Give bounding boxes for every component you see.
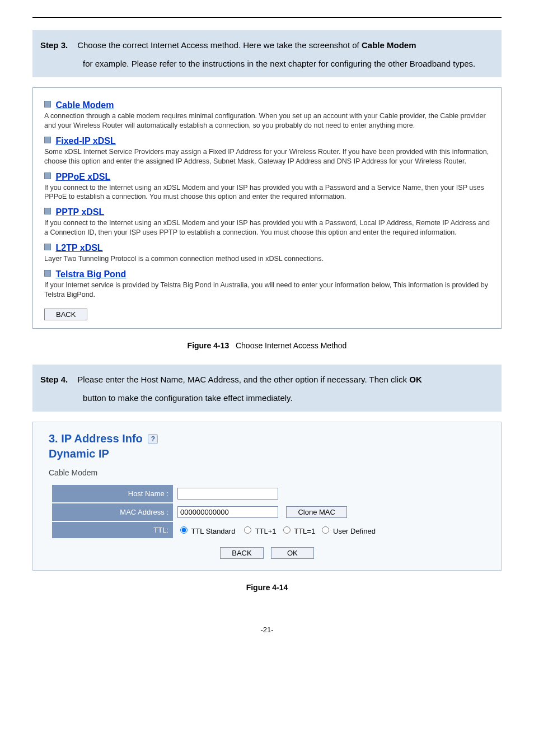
form-title: 3. IP Address Info ? <box>49 432 485 445</box>
ttl-standard-option[interactable]: TTL Standard <box>177 527 235 535</box>
step-4-body: button to make the configuration take ef… <box>40 389 494 407</box>
cable-modem-desc: A connection through a cable modem requi… <box>44 111 490 130</box>
mac-address-label: MAC Address : <box>52 503 173 521</box>
ttl-plus1-radio[interactable] <box>244 526 251 534</box>
form-table: Host Name : MAC Address : Clone MAC TTL:… <box>52 484 484 538</box>
l2tp-link[interactable]: L2TP xDSL <box>55 243 102 253</box>
back-button[interactable]: BACK <box>44 309 87 320</box>
step-3-block: Step 3. Choose the correct Internet Acce… <box>32 30 502 77</box>
l2tp-desc: Layer Two Tunneling Protocol is a common… <box>44 254 490 264</box>
host-name-row: Host Name : <box>52 484 484 503</box>
ttl-label: TTL: <box>52 521 173 538</box>
figure-4-13-caption: Figure 4-13 Choose Internet Access Metho… <box>32 341 502 350</box>
bullet-icon <box>44 137 51 143</box>
ttl-userdef-option[interactable]: User Defined <box>319 527 376 535</box>
step-3-line1: Choose the correct Internet Access metho… <box>77 40 362 50</box>
ttl-standard-radio[interactable] <box>180 526 188 534</box>
ttl-eq1-radio[interactable] <box>283 526 291 534</box>
mac-address-input[interactable] <box>177 506 278 518</box>
pptp-desc: If you connect to the Internet using an … <box>44 218 490 237</box>
pptp-link[interactable]: PPTP xDSL <box>55 207 104 217</box>
host-name-input[interactable] <box>177 488 278 500</box>
ttl-plus1-option[interactable]: TTL+1 <box>241 527 276 535</box>
page-number: -21- <box>32 626 502 634</box>
cable-modem-link[interactable]: Cable Modem <box>55 100 114 110</box>
step-3-body: for example. Please refer to the instruc… <box>40 54 494 73</box>
ttl-eq1-option[interactable]: TTL=1 <box>280 527 315 535</box>
access-method-panel: Cable Modem A connection through a cable… <box>32 87 502 329</box>
ttl-plus1-text: TTL+1 <box>255 527 277 535</box>
fixed-ip-desc: Some xDSL Internet Service Providers may… <box>44 147 490 166</box>
ttl-eq1-text: TTL=1 <box>294 527 315 535</box>
bullet-icon <box>44 101 51 108</box>
ttl-userdef-text: User Defined <box>333 527 376 535</box>
pppoe-heading: PPPoE xDSL <box>44 172 490 182</box>
pppoe-desc: If you connect to the Internet using an … <box>44 183 490 202</box>
clone-mac-button[interactable]: Clone MAC <box>286 506 346 518</box>
form-title-text: 3. IP Address Info <box>49 432 143 445</box>
l2tp-heading: L2TP xDSL <box>44 243 490 253</box>
figure-4-14-caption: Figure 4-14 <box>32 583 502 592</box>
ttl-userdef-radio[interactable] <box>322 526 329 534</box>
step-4-label: Step 4. <box>40 370 75 389</box>
cable-modem-label: Cable Modem <box>49 468 485 477</box>
form-back-button[interactable]: BACK <box>220 547 263 559</box>
mac-address-row: MAC Address : Clone MAC <box>52 503 484 521</box>
pppoe-link[interactable]: PPPoE xDSL <box>55 172 110 181</box>
help-icon[interactable]: ? <box>148 434 158 444</box>
step-4-block: Step 4. Please enter the Host Name, MAC … <box>32 365 502 412</box>
form-ok-button[interactable]: OK <box>271 547 314 559</box>
bullet-icon <box>44 208 51 214</box>
figure-4-13-label: Figure 4-13 <box>188 341 229 350</box>
fixed-ip-heading: Fixed-IP xDSL <box>44 136 490 146</box>
ttl-standard-text: TTL Standard <box>191 527 235 535</box>
pptp-heading: PPTP xDSL <box>44 207 490 217</box>
top-rule <box>32 17 502 18</box>
bullet-icon <box>44 244 51 250</box>
ip-address-form-panel: 3. IP Address Info ? Dynamic IP Cable Mo… <box>32 422 502 571</box>
step-3-line1-bold: Cable Modem <box>362 40 416 50</box>
bullet-icon <box>44 172 51 179</box>
step-4-line1-bold: OK <box>409 375 422 384</box>
ttl-row: TTL: TTL Standard TTL+1 TTL=1 User Defin… <box>52 521 484 538</box>
host-name-label: Host Name : <box>52 484 173 503</box>
figure-4-14-label: Figure 4-14 <box>246 583 288 592</box>
telstra-desc: If your Internet service is provided by … <box>44 281 490 300</box>
telstra-link[interactable]: Telstra Big Pond <box>55 269 126 279</box>
step-3-label: Step 3. <box>40 36 75 54</box>
bullet-icon <box>44 270 51 277</box>
cable-modem-heading: Cable Modem <box>44 100 490 110</box>
form-subtitle: Dynamic IP <box>49 447 485 460</box>
figure-4-13-text: Choose Internet Access Method <box>236 341 346 350</box>
form-button-row: BACK OK <box>49 547 485 559</box>
fixed-ip-link[interactable]: Fixed-IP xDSL <box>55 136 115 146</box>
step-4-line1: Please enter the Host Name, MAC Address,… <box>77 375 409 384</box>
telstra-heading: Telstra Big Pond <box>44 269 490 279</box>
